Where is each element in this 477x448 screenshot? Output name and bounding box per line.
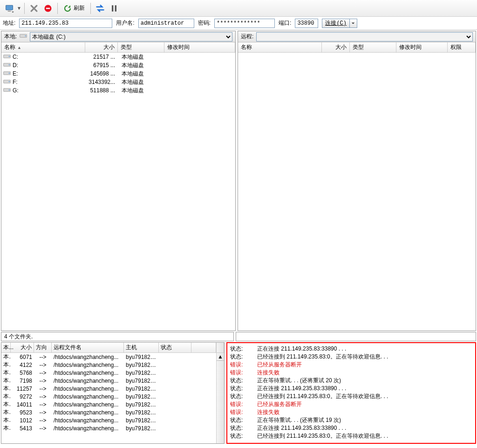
- address-bar: 地址: 用户名: 密码: 端口: 连接(C): [0, 17, 477, 30]
- port-label: 端口:: [279, 19, 291, 27]
- queue-row[interactable]: 本...4122-->/htdocs/wangzhancheng...byu79…: [1, 361, 216, 369]
- log-line: 状态: 正在连接 211.149.235.83:33890 . . .: [230, 385, 472, 393]
- drive-icon: [3, 87, 11, 94]
- local-label: 本地:: [4, 33, 17, 41]
- log-pane: 状态: 正在连接 211.149.235.83:33890 . . .状态: 已…: [226, 342, 476, 444]
- log-line: 错误: 连接失败: [230, 369, 472, 377]
- connect-dropdown-arrow[interactable]: [350, 19, 357, 28]
- local-column-header: 名称 ▲ 大小 类型 修改时间: [1, 42, 235, 53]
- drive-icon: [3, 54, 11, 60]
- drive-icon: [3, 79, 11, 85]
- log-line: 错误: 连接失败: [230, 408, 472, 416]
- svg-point-17: [9, 90, 10, 90]
- log-line: 状态: 已经连接到 211.149.235.83:0。正在等待欢迎信息. . .: [230, 393, 472, 400]
- log-line: 状态: 正在等待重试. . . (还将重试 19 次): [230, 416, 472, 424]
- qcol-status[interactable]: 状态: [159, 343, 191, 352]
- pause-button[interactable]: [108, 2, 121, 15]
- connect-button[interactable]: 连接(C): [322, 19, 350, 28]
- server-dropdown-button[interactable]: [3, 2, 16, 15]
- drive-row[interactable]: G:511888 ...本地磁盘: [1, 86, 235, 95]
- queue-row[interactable]: 本...5413-->/htdocs/wangzhancheng...byu79…: [1, 424, 216, 432]
- port-input[interactable]: [295, 19, 318, 28]
- col-size[interactable]: 大小: [322, 42, 350, 52]
- queue-scrollbar[interactable]: [216, 343, 224, 352]
- log-line: 错误: 已经从服务器断开: [230, 400, 472, 408]
- svg-point-15: [9, 81, 10, 82]
- queue-row[interactable]: 本...14011-->/htdocs/wangzhancheng...byu7…: [1, 400, 216, 408]
- username-input[interactable]: [138, 19, 194, 28]
- queue-row[interactable]: 本...7198-->/htdocs/wangzhancheng...byu79…: [1, 377, 216, 385]
- main-toolbar: ▼ 刷新: [0, 0, 477, 17]
- drive-icon: [3, 70, 11, 77]
- username-label: 用户名:: [116, 19, 134, 27]
- queue-list[interactable]: 本...6071-->/htdocs/wangzhancheng...byu79…: [1, 353, 216, 443]
- remote-column-header: 名称 大小 类型 修改时间 权限: [238, 42, 476, 53]
- refresh-button[interactable]: 刷新: [61, 2, 88, 15]
- col-mtime[interactable]: 修改时间: [396, 42, 448, 52]
- local-status: 4 个文件夹.: [1, 332, 234, 341]
- queue-row[interactable]: 本...9272-->/htdocs/wangzhancheng...byu79…: [1, 393, 216, 400]
- log-line: 状态: 已经连接到 211.149.235.83:0。正在等待欢迎信息. . .: [230, 432, 472, 440]
- local-path-select[interactable]: 本地磁盘 (C:): [30, 32, 232, 41]
- drive-icon: [20, 33, 27, 40]
- drive-row[interactable]: E:145698 ...本地磁盘: [1, 69, 235, 78]
- col-type[interactable]: 类型: [350, 42, 396, 52]
- svg-rect-5: [115, 5, 116, 11]
- col-type[interactable]: 类型: [118, 42, 164, 52]
- queue-row[interactable]: 本...1012-->/htdocs/wangzhancheng...byu79…: [1, 416, 216, 424]
- refresh-label: 刷新: [74, 4, 85, 12]
- queue-row[interactable]: 本...5768-->/htdocs/wangzhancheng...byu79…: [1, 369, 216, 377]
- address-input[interactable]: [19, 19, 112, 28]
- col-name[interactable]: 名称 ▲: [1, 42, 85, 52]
- svg-point-9: [9, 56, 10, 57]
- password-label: 密码:: [198, 19, 211, 27]
- local-pane: 本地: 本地磁盘 (C:) 名称 ▲ 大小 类型 修改时间 C:21517 ..…: [1, 31, 236, 331]
- svg-rect-0: [6, 5, 13, 10]
- col-size[interactable]: 大小: [85, 42, 118, 52]
- remote-path-select[interactable]: [256, 32, 473, 41]
- drive-row[interactable]: C:21517 ...本地磁盘: [1, 53, 235, 61]
- log-line: 错误: 已经从服务器断开: [230, 361, 472, 369]
- svg-rect-1: [8, 11, 11, 12]
- remote-status: [236, 332, 476, 341]
- log-line: 状态: 正在连接 211.149.235.83:33890 . . .: [230, 424, 472, 432]
- drive-row[interactable]: D:67915 ...本地磁盘: [1, 61, 235, 69]
- qcol-host[interactable]: 主机: [124, 343, 159, 352]
- svg-rect-4: [112, 5, 113, 11]
- col-perm[interactable]: 权限: [448, 42, 476, 52]
- local-file-list[interactable]: C:21517 ...本地磁盘D:67915 ...本地磁盘E:145698 .…: [1, 53, 235, 331]
- drive-icon: [3, 62, 11, 69]
- remote-label: 远程:: [241, 33, 253, 41]
- qcol-local[interactable]: 本...: [1, 343, 11, 352]
- log-line: 状态: 已经连接到 211.149.235.83:0。正在等待欢迎信息. . .: [230, 353, 472, 361]
- queue-row[interactable]: 本...11257-->/htdocs/wangzhancheng...byu7…: [1, 385, 216, 393]
- qcol-dir[interactable]: 方向: [34, 343, 52, 352]
- queue-scrollbar-v[interactable]: ▲: [216, 353, 224, 443]
- log-line: 状态: 正在连接 211.149.235.83:33890 . . .: [230, 345, 472, 353]
- address-label: 地址:: [3, 19, 15, 27]
- transfer-queue-pane: 本... 大小 方向 远程文件名 主机 状态 本...6071-->/htdoc…: [1, 342, 225, 444]
- password-input[interactable]: [214, 19, 275, 28]
- col-name[interactable]: 名称: [238, 42, 322, 52]
- transfer-button[interactable]: [94, 2, 107, 15]
- remote-file-list[interactable]: [238, 53, 476, 331]
- svg-point-11: [9, 64, 10, 65]
- stop-button[interactable]: [41, 2, 55, 15]
- qcol-size[interactable]: 大小: [11, 343, 34, 352]
- col-mtime[interactable]: 修改时间: [164, 42, 235, 52]
- svg-rect-3: [46, 7, 50, 9]
- queue-row[interactable]: 本...9523-->/htdocs/wangzhancheng...byu79…: [1, 408, 216, 416]
- delete-button[interactable]: [27, 2, 41, 15]
- svg-point-7: [25, 35, 26, 36]
- log-line: 状态: 正在等待重试. . . (还将重试 20 次): [230, 377, 472, 385]
- drive-row[interactable]: F:3143392...本地磁盘: [1, 78, 235, 86]
- svg-point-13: [9, 73, 10, 74]
- remote-pane: 远程: 名称 大小 类型 修改时间 权限: [238, 31, 476, 331]
- qcol-remote[interactable]: 远程文件名: [52, 343, 124, 352]
- queue-row[interactable]: 本...6071-->/htdocs/wangzhancheng...byu79…: [1, 353, 216, 361]
